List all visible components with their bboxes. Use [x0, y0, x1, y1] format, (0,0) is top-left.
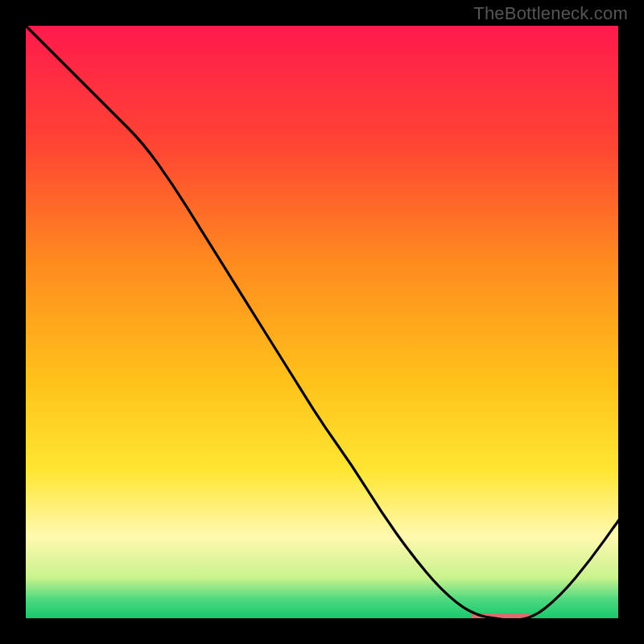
watermark-text: TheBottleneck.com — [473, 3, 628, 24]
bottleneck-chart — [0, 0, 644, 644]
chart-frame: TheBottleneck.com — [0, 0, 644, 644]
